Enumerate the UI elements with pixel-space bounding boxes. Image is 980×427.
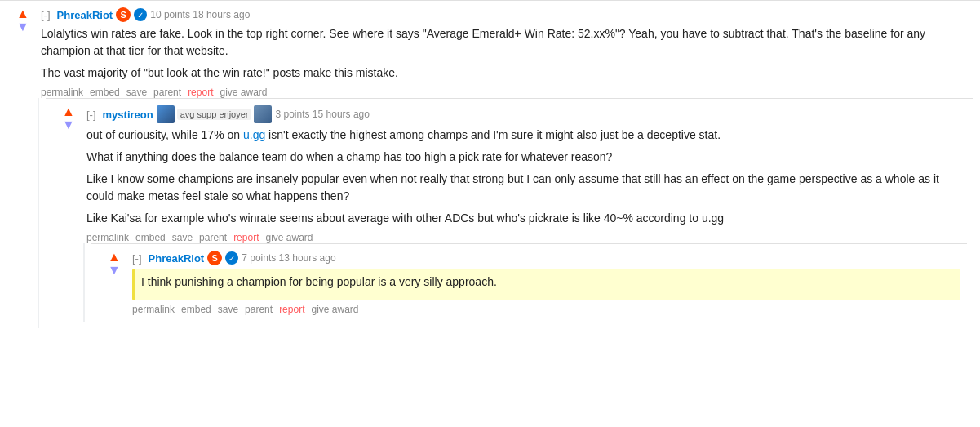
report-link[interactable]: report: [233, 232, 259, 243]
save-link[interactable]: save: [172, 232, 193, 243]
comment-paragraph: Lolalytics win rates are fake. Look in t…: [41, 25, 973, 60]
save-link[interactable]: save: [218, 304, 238, 315]
permalink-link[interactable]: permalink: [132, 304, 175, 315]
verified-icon: [225, 251, 238, 265]
parent-link[interactable]: parent: [153, 87, 181, 98]
flair-image-1: [157, 105, 175, 123]
upvote-button[interactable]: ▲: [108, 251, 121, 264]
give-award-link[interactable]: give award: [220, 87, 267, 98]
comment-header: [-] mystireon avg supp enjoyer 3 points …: [86, 105, 967, 123]
vote-column: ▲ ▼: [100, 251, 129, 315]
upvote-button[interactable]: ▲: [16, 7, 29, 20]
vote-column: ▲ ▼: [8, 7, 38, 98]
comment-thread: ▲ ▼ [-] PhreakRiot 10 points 18 hours ag…: [0, 0, 980, 427]
user-flair: avg supp enjoyer: [157, 105, 273, 123]
comment: ▲ ▼ [-] PhreakRiot 10 points 18 hours ag…: [0, 0, 980, 335]
report-link[interactable]: report: [188, 87, 213, 98]
highlighted-comment: I think punishing a champion for being p…: [132, 269, 960, 300]
give-award-link[interactable]: give award: [265, 232, 313, 243]
ugg-link[interactable]: u.gg: [243, 128, 265, 141]
collapse-button[interactable]: [-]: [132, 252, 142, 265]
comment: ▲ ▼ [-] PhreakRiot 7 points 13 hours ago: [91, 243, 967, 322]
permalink-link[interactable]: permalink: [41, 87, 83, 98]
comment-meta: 10 points 18 hours ago: [150, 9, 250, 20]
moderator-icon: [207, 251, 222, 265]
comment-actions: permalink embed save parent report give …: [132, 304, 960, 315]
vote-column: ▲ ▼: [54, 105, 83, 243]
comment-actions: permalink embed save parent report give …: [86, 232, 967, 243]
parent-link[interactable]: parent: [199, 232, 227, 243]
give-award-link[interactable]: give award: [311, 304, 358, 315]
embed-link[interactable]: embed: [90, 87, 120, 98]
comment-body: [-] PhreakRiot 10 points 18 hours ago Lo…: [41, 7, 973, 98]
embed-link[interactable]: embed: [181, 304, 211, 315]
comment-paragraph: The vast majority of "but look at the wi…: [41, 64, 973, 82]
comment-body: [-] mystireon avg supp enjoyer 3 points …: [86, 105, 967, 243]
comment-paragraph: I think punishing a champion for being p…: [141, 274, 954, 291]
comment: ▲ ▼ [-] mystireon avg supp enjoyer: [46, 98, 973, 328]
downvote-button[interactable]: ▼: [16, 20, 29, 33]
comment-paragraph: What if anything does the balance team d…: [86, 149, 967, 166]
comment-meta: 3 points 15 hours ago: [275, 109, 369, 120]
comment-actions: permalink embed save parent report give …: [41, 87, 973, 98]
flair-image-2: [254, 105, 272, 123]
username[interactable]: PhreakRiot: [149, 252, 205, 265]
comment-meta: 7 points 13 hours ago: [242, 252, 335, 264]
comment-paragraph: Like Kai'sa for example who's winrate se…: [86, 210, 967, 227]
downvote-button[interactable]: ▼: [108, 264, 121, 277]
save-link[interactable]: save: [126, 87, 147, 98]
comment-text: out of curiousity, while 17% on u.gg isn…: [86, 127, 967, 227]
nested-comments: ▲ ▼ [-] PhreakRiot 7 points 13 hours ago: [83, 243, 967, 322]
comment-header: [-] PhreakRiot 7 points 13 hours ago: [132, 251, 960, 265]
moderator-icon: [116, 7, 131, 22]
comment-paragraph: Like I know some champions are insanely …: [86, 171, 967, 205]
nested-comments: ▲ ▼ [-] mystireon avg supp enjoyer: [38, 98, 973, 328]
username[interactable]: mystireon: [103, 109, 153, 121]
embed-link[interactable]: embed: [135, 232, 166, 243]
permalink-link[interactable]: permalink: [86, 232, 129, 243]
parent-link[interactable]: parent: [245, 304, 273, 315]
collapse-button[interactable]: [-]: [86, 109, 96, 121]
comment-body: [-] PhreakRiot 7 points 13 hours ago I t…: [132, 251, 960, 315]
comment-paragraph: out of curiousity, while 17% on u.gg isn…: [86, 127, 967, 144]
username[interactable]: PhreakRiot: [57, 9, 113, 21]
collapse-button[interactable]: [-]: [41, 9, 51, 21]
flair-text: avg supp enjoyer: [177, 109, 252, 120]
verified-icon: [134, 8, 147, 21]
report-link[interactable]: report: [279, 304, 304, 315]
upvote-button[interactable]: ▲: [62, 105, 75, 118]
comment-text: Lolalytics win rates are fake. Look in t…: [41, 25, 973, 82]
downvote-button[interactable]: ▼: [62, 118, 75, 131]
comment-header: [-] PhreakRiot 10 points 18 hours ago: [41, 7, 973, 22]
